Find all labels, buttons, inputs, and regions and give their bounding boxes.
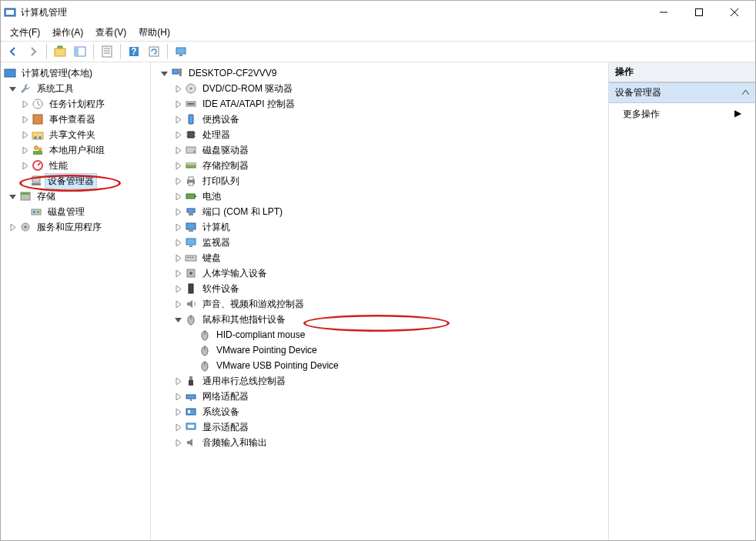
expand-icon[interactable] xyxy=(19,114,30,125)
system-tools-item[interactable]: 系统工具 xyxy=(35,82,76,96)
left-tree-pane[interactable]: 计算机管理(本地) 系统工具 任务计划程序 事件查看器 共享文件夹 xyxy=(1,62,151,541)
device-tree-pane[interactable]: DESKTOP-CF2VVV9DVD/CD-ROM 驱动器IDE ATA/ATA… xyxy=(151,62,609,541)
collapse-icon[interactable] xyxy=(742,89,749,96)
device-item[interactable]: VMware USB Pointing Device xyxy=(214,359,341,372)
device-category-item[interactable]: 网络适配器 xyxy=(200,389,251,404)
menu-file[interactable]: 文件(F) xyxy=(5,25,45,41)
help-button[interactable]: ? xyxy=(125,42,143,61)
svg-rect-65 xyxy=(187,257,189,258)
expand-icon[interactable] xyxy=(172,160,183,171)
expand-icon[interactable] xyxy=(172,99,183,109)
device-category-item[interactable]: 磁盘驱动器 xyxy=(200,143,251,158)
menu-view[interactable]: 查看(V) xyxy=(91,25,131,41)
device-category-item[interactable]: IDE ATA/ATAPI 控制器 xyxy=(200,97,297,112)
expand-icon[interactable] xyxy=(7,191,18,202)
device-manager-icon xyxy=(30,175,42,187)
expand-icon[interactable] xyxy=(172,376,183,386)
device-root[interactable]: DESKTOP-CF2VVV9 xyxy=(186,67,279,79)
actions-section-label: 设备管理器 xyxy=(615,86,661,99)
properties-button[interactable] xyxy=(98,42,116,61)
device-category-item[interactable]: 处理器 xyxy=(200,128,232,142)
expand-icon[interactable] xyxy=(19,129,30,140)
device-category-item[interactable]: 通用串行总线控制器 xyxy=(200,374,288,389)
expand-icon[interactable] xyxy=(172,237,183,248)
expand-icon[interactable] xyxy=(7,222,18,232)
shared-folders-item[interactable]: 共享文件夹 xyxy=(47,128,98,142)
svg-rect-18 xyxy=(5,69,15,77)
device-category-item[interactable]: 显示适配器 xyxy=(200,420,251,435)
local-users-groups-item[interactable]: 本地用户和组 xyxy=(47,143,107,158)
expand-icon[interactable] xyxy=(172,268,183,279)
show-hide-tree-button[interactable] xyxy=(71,42,89,61)
device-category-item[interactable]: 系统设备 xyxy=(200,405,242,419)
device-category-item[interactable]: 计算机 xyxy=(200,220,232,235)
svg-rect-6 xyxy=(55,48,65,56)
close-button[interactable] xyxy=(717,1,752,24)
menu-action[interactable]: 操作(A) xyxy=(48,25,88,41)
svg-rect-20 xyxy=(33,115,42,124)
task-scheduler-item[interactable]: 任务计划程序 xyxy=(47,97,107,112)
refresh-button[interactable] xyxy=(145,42,163,61)
disk-management-item[interactable]: 磁盘管理 xyxy=(45,205,87,219)
device-category-item[interactable]: 便携设备 xyxy=(200,112,242,127)
performance-item[interactable]: 性能 xyxy=(47,159,70,173)
device-category-item[interactable]: 存储控制器 xyxy=(200,159,251,173)
event-viewer-item[interactable]: 事件查看器 xyxy=(47,112,98,127)
device-category-icon xyxy=(185,252,197,264)
expand-icon[interactable] xyxy=(172,299,183,309)
svg-rect-82 xyxy=(190,399,192,401)
expand-icon[interactable] xyxy=(172,391,183,402)
expand-icon[interactable] xyxy=(172,206,183,217)
expand-icon[interactable] xyxy=(172,129,183,140)
device-category-item[interactable]: 软件设备 xyxy=(200,282,242,296)
expand-icon[interactable] xyxy=(172,314,183,325)
tree-root[interactable]: 计算机管理(本地) xyxy=(19,66,95,81)
expand-icon[interactable] xyxy=(172,252,183,263)
svg-rect-62 xyxy=(186,239,196,245)
expand-icon[interactable] xyxy=(19,99,30,109)
svg-rect-60 xyxy=(186,223,196,229)
menu-help[interactable]: 帮助(H) xyxy=(134,25,175,41)
up-button[interactable] xyxy=(51,42,69,61)
expand-icon[interactable] xyxy=(172,114,183,125)
device-category-item[interactable]: DVD/CD-ROM 驱动器 xyxy=(200,82,295,96)
expand-icon[interactable] xyxy=(172,83,183,94)
device-category-item[interactable]: 人体学输入设备 xyxy=(200,266,269,281)
device-category-icon xyxy=(185,129,197,141)
expand-icon[interactable] xyxy=(172,406,183,417)
expand-icon[interactable] xyxy=(172,422,183,432)
expand-icon[interactable] xyxy=(172,145,183,155)
device-category-item[interactable]: 声音、视频和游戏控制器 xyxy=(200,297,306,312)
actions-section[interactable]: 设备管理器 xyxy=(609,82,755,103)
back-button[interactable] xyxy=(4,42,22,61)
expand-icon[interactable] xyxy=(159,68,169,78)
maximize-button[interactable] xyxy=(681,1,717,24)
services-apps-item[interactable]: 服务和应用程序 xyxy=(35,220,104,235)
device-category-item[interactable]: 打印队列 xyxy=(200,174,242,189)
monitor-button[interactable] xyxy=(172,42,190,61)
mouse-icon xyxy=(199,329,211,341)
expand-icon[interactable] xyxy=(172,175,183,186)
more-actions-item[interactable]: 更多操作 ▶ xyxy=(609,103,755,125)
forward-button[interactable] xyxy=(24,42,42,61)
expand-icon[interactable] xyxy=(172,222,183,232)
device-category-item[interactable]: 键盘 xyxy=(200,251,223,265)
device-item[interactable]: VMware Pointing Device xyxy=(214,344,319,356)
device-category-item[interactable]: 电池 xyxy=(200,189,223,204)
expand-icon[interactable] xyxy=(172,437,183,448)
storage-item[interactable]: 存储 xyxy=(35,189,58,204)
device-category-item[interactable]: 监视器 xyxy=(200,235,232,250)
mice-category-item[interactable]: 鼠标和其他指针设备 xyxy=(200,312,288,327)
expand-icon[interactable] xyxy=(19,145,30,155)
expand-icon[interactable] xyxy=(172,283,183,294)
performance-icon xyxy=(32,159,44,172)
device-category-item[interactable]: 端口 (COM 和 LPT) xyxy=(200,205,285,219)
device-category-item[interactable]: 音频输入和输出 xyxy=(200,436,269,450)
minimize-button[interactable] xyxy=(646,1,681,24)
device-category-icon xyxy=(185,82,197,95)
device-item[interactable]: HID-compliant mouse xyxy=(214,329,307,341)
device-manager-item[interactable]: 设备管理器 xyxy=(45,174,96,189)
expand-icon[interactable] xyxy=(19,160,30,171)
expand-icon[interactable] xyxy=(7,83,18,94)
expand-icon[interactable] xyxy=(172,191,183,202)
